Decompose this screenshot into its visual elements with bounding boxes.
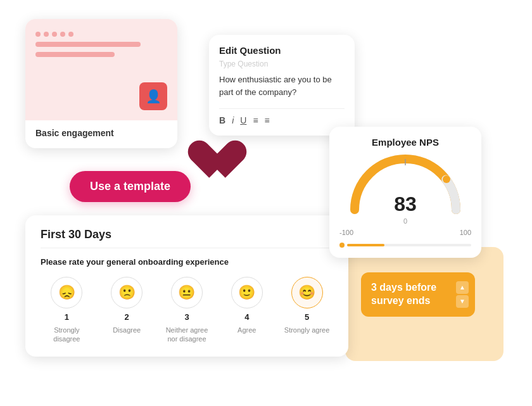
option-4[interactable]: 🙂 4 Agree: [220, 277, 273, 344]
nps-gauge: 83: [348, 153, 462, 216]
nps-bar: [347, 244, 471, 246]
option-1[interactable]: 😞 1 Strongly disagree: [41, 277, 93, 344]
underline-button[interactable]: U: [240, 115, 246, 125]
card-top: 👤: [25, 19, 177, 120]
nps-title: Employee NPS: [339, 137, 471, 148]
option-label-4: Agree: [238, 326, 256, 334]
mock-line-1: [35, 42, 141, 47]
option-number-2: 2: [125, 312, 129, 322]
nps-dot: [339, 243, 345, 248]
nps-max-label: 100: [460, 229, 471, 236]
emoji-3: 😐: [171, 277, 203, 308]
chevron-down[interactable]: ▼: [456, 295, 469, 308]
heart-decoration: [196, 133, 234, 168]
emoji-5: 😊: [291, 277, 323, 308]
survey-question: Please rate your general onboarding expe…: [41, 257, 333, 267]
emoji-4: 🙂: [231, 277, 263, 308]
option-5[interactable]: 😊 5 Strongly agree: [281, 277, 333, 344]
days-card: 3 days before survey ends ▲ ▼: [361, 272, 475, 317]
option-label-3: Neither agree nor disagree: [161, 326, 213, 344]
option-label-1: Strongly disagree: [41, 326, 93, 344]
eq-title: Edit Question: [219, 45, 345, 56]
survey-options: 😞 1 Strongly disagree 🙁 2 Disagree 😐 3 N…: [41, 277, 333, 344]
basic-engagement-card: 👤 Basic engagement: [25, 19, 177, 148]
nps-progress: [339, 243, 471, 248]
option-label-2: Disagree: [113, 326, 141, 334]
chevron-buttons: ▲ ▼: [456, 281, 469, 308]
avatar-icon: 👤: [139, 82, 167, 110]
nps-value: 83: [394, 193, 417, 216]
eq-divider: [219, 108, 345, 109]
nps-min-label: -100: [339, 229, 353, 236]
list-button[interactable]: ≡: [253, 115, 258, 125]
eq-toolbar: B i U ≡ ≡: [219, 115, 345, 125]
eq-question-text: How enthusiastic are you to be part of t…: [219, 73, 345, 98]
dot-2: [44, 32, 49, 37]
emoji-2: 🙁: [111, 277, 142, 308]
option-2[interactable]: 🙁 2 Disagree: [101, 277, 153, 344]
chevron-up[interactable]: ▲: [456, 281, 469, 294]
svg-point-0: [443, 175, 450, 183]
italic-button[interactable]: i: [232, 115, 234, 125]
option-number-4: 4: [244, 312, 249, 322]
dot-1: [35, 32, 41, 37]
bold-button[interactable]: B: [219, 115, 225, 125]
survey-card: First 30 Days Please rate your general o…: [25, 215, 348, 357]
dot-5: [68, 32, 73, 37]
mock-line-2: [35, 52, 115, 57]
emoji-1: 😞: [51, 277, 82, 308]
ordered-list-button[interactable]: ≡: [265, 115, 270, 125]
dot-3: [52, 32, 57, 37]
survey-divider: [41, 248, 333, 248]
option-number-1: 1: [65, 312, 69, 322]
dot-4: [60, 32, 65, 37]
option-number-3: 3: [184, 312, 189, 322]
nps-bar-fill: [347, 244, 384, 246]
option-number-5: 5: [305, 312, 309, 322]
days-text: 3 days before survey ends: [371, 281, 465, 308]
card-bottom: Basic engagement: [25, 120, 177, 148]
eq-placeholder: Type Question: [219, 60, 345, 68]
card-title: Basic engagement: [35, 128, 114, 138]
scene: 👤 Basic engagement Use a template Edit Q…: [0, 0, 532, 406]
edit-question-card: Edit Question Type Question How enthusia…: [209, 35, 355, 136]
nps-zero-label: 0: [339, 217, 471, 225]
option-3[interactable]: 😐 3 Neither agree nor disagree: [161, 277, 213, 344]
nps-axis-labels: -100 100: [339, 226, 471, 239]
nps-card: Employee NPS 83 0 -100 100: [329, 127, 481, 258]
option-label-5: Strongly agree: [284, 326, 330, 334]
use-template-button[interactable]: Use a template: [70, 171, 191, 202]
mock-dots: [35, 32, 167, 37]
survey-title: First 30 Days: [41, 228, 333, 241]
